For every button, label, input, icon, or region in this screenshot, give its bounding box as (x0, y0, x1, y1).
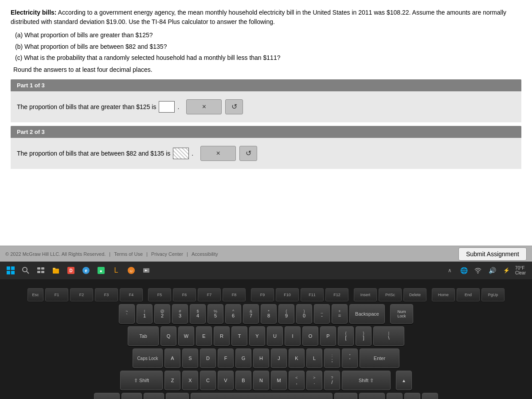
app6-icon[interactable] (140, 264, 153, 277)
spacebar-key[interactable] (191, 393, 332, 399)
key-h[interactable]: H (253, 348, 269, 368)
backspace-key[interactable]: Backspace (349, 304, 385, 324)
part1-refresh-button[interactable]: ↺ (225, 99, 243, 114)
esc-key[interactable]: Esc (27, 288, 43, 301)
key-p[interactable]: P (320, 326, 336, 346)
key-lbracket[interactable]: {[ (338, 326, 354, 346)
key-y[interactable]: Y (249, 326, 265, 346)
f11-key[interactable]: F11 (301, 288, 324, 301)
arrow-up-key[interactable]: ▲ (396, 371, 412, 390)
win-left-key[interactable]: ⊞ (144, 393, 164, 399)
enter-key[interactable]: Enter (360, 348, 399, 368)
accessibility-link[interactable]: Accessibility (192, 251, 218, 257)
prtsc-key[interactable]: PrtSc (379, 288, 402, 301)
key-quote[interactable]: "' (342, 348, 358, 368)
f8-key[interactable]: F8 (223, 288, 246, 301)
f4-key[interactable]: F4 (120, 288, 143, 301)
taskview-icon[interactable] (35, 264, 47, 277)
tab-key[interactable]: Tab (128, 326, 159, 346)
wifi-icon[interactable] (472, 264, 484, 277)
key-6[interactable]: ^6 (225, 304, 241, 324)
key-period[interactable]: >. (306, 371, 322, 390)
arrow-down-key[interactable]: ▼ (404, 393, 420, 399)
f3-key[interactable]: F3 (95, 288, 118, 301)
app3-icon[interactable]: ■ (95, 264, 107, 277)
delete-key[interactable]: Delete (403, 288, 426, 301)
part2-x-button[interactable]: × (200, 146, 236, 161)
capslock-key[interactable]: Caps Lock (133, 348, 163, 368)
fn-key-bottom[interactable]: Fn (121, 393, 142, 399)
key-4[interactable]: $4 (190, 304, 206, 324)
f2-key[interactable]: F2 (70, 288, 93, 301)
key-7[interactable]: &7 (243, 304, 259, 324)
pgup-key[interactable]: PgUp (481, 288, 505, 301)
key-o[interactable]: O (302, 326, 318, 346)
show-hidden-icons[interactable]: ∧ (443, 264, 456, 277)
part2-answer-box[interactable] (173, 148, 189, 159)
key-g[interactable]: G (235, 348, 251, 368)
key-5[interactable]: %5 (207, 304, 223, 324)
f1-key[interactable]: F1 (45, 288, 68, 301)
key-backslash[interactable]: |\ (373, 326, 404, 346)
key-u[interactable]: U (267, 326, 283, 346)
f9-key[interactable]: F9 (251, 288, 274, 301)
key-2[interactable]: @2 (154, 304, 170, 324)
key-k[interactable]: K (289, 348, 305, 368)
alt-right-key[interactable]: Alt (334, 393, 357, 399)
key-e[interactable]: E (196, 326, 212, 346)
submit-assignment-button[interactable]: Submit Assignment (458, 247, 527, 261)
key-q[interactable]: Q (160, 326, 176, 346)
home-key[interactable]: Home (432, 288, 455, 301)
search-taskbar-icon[interactable] (20, 264, 32, 277)
shift-left-key[interactable]: ⇧ Shift (120, 371, 163, 390)
f12-key[interactable]: F12 (325, 288, 348, 301)
key-c[interactable]: C (200, 371, 216, 390)
key-z[interactable]: Z (164, 371, 180, 390)
key-i[interactable]: I (285, 326, 301, 346)
key-w[interactable]: W (178, 326, 194, 346)
key-b[interactable]: B (235, 371, 251, 390)
key-n[interactable]: N (253, 371, 269, 390)
key-t[interactable]: T (231, 326, 247, 346)
key-1[interactable]: !1 (137, 304, 153, 324)
volume-icon[interactable]: 🔊 (486, 264, 498, 277)
key-minus[interactable]: _- (314, 304, 330, 324)
ctrl-left-key[interactable]: Ctrl (94, 393, 120, 399)
network-icon[interactable]: 🌐 (458, 264, 470, 277)
numlock-key[interactable]: NumLock (390, 304, 413, 324)
f7-key[interactable]: F7 (198, 288, 221, 301)
terms-link[interactable]: Terms of Use (114, 251, 143, 257)
file-explorer-icon[interactable] (50, 264, 62, 277)
key-0[interactable]: )0 (296, 304, 312, 324)
key-8[interactable]: *8 (261, 304, 277, 324)
key-equals[interactable]: += (332, 304, 348, 324)
key-x[interactable]: X (182, 371, 198, 390)
privacy-link[interactable]: Privacy Center (151, 251, 183, 257)
app1-icon[interactable]: D (65, 264, 77, 277)
key-r[interactable]: R (214, 326, 230, 346)
key-m[interactable]: M (271, 371, 287, 390)
insert-key[interactable]: Insert (354, 288, 377, 301)
ctrl-right-key[interactable]: Ctrl (359, 393, 385, 399)
app4-icon[interactable]: L (110, 264, 122, 277)
key-rbracket[interactable]: }] (356, 326, 372, 346)
key-comma[interactable]: <, (289, 371, 305, 390)
key-9[interactable]: (9 (278, 304, 294, 324)
app2-icon[interactable]: e (80, 264, 92, 277)
f10-key[interactable]: F10 (276, 288, 299, 301)
power-icon[interactable]: ⚡ (500, 264, 512, 277)
key-f[interactable]: F (218, 348, 234, 368)
key-s[interactable]: S (182, 348, 198, 368)
key-d[interactable]: D (200, 348, 216, 368)
key-semicolon[interactable]: :; (324, 348, 340, 368)
key-3[interactable]: #3 (172, 304, 188, 324)
key-a[interactable]: A (164, 348, 180, 368)
app5-icon[interactable]: U (125, 264, 137, 277)
arrow-left-key[interactable]: ◄ (387, 393, 403, 399)
start-button[interactable] (4, 264, 17, 277)
part1-x-button[interactable]: × (186, 99, 222, 114)
part1-answer-input[interactable] (159, 101, 175, 113)
alt-left-key[interactable]: Alt (166, 393, 189, 399)
part2-refresh-button[interactable]: ↺ (239, 146, 257, 161)
key-v[interactable]: V (218, 371, 234, 390)
